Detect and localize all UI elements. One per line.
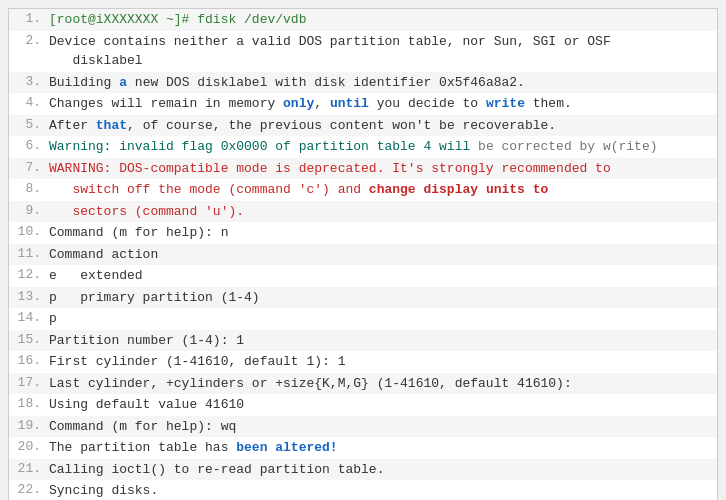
terminal-line: 9. sectors (command 'u'). <box>9 201 717 223</box>
text-segment: a <box>119 75 127 90</box>
terminal-line: 10.Command (m for help): n <box>9 222 717 244</box>
line-number: 5. <box>13 116 41 132</box>
terminal-line: 20.The partition table has been altered! <box>9 437 717 459</box>
line-text: Syncing disks. <box>49 481 713 500</box>
terminal-line: 8. switch off the mode (command 'c') and… <box>9 179 717 201</box>
line-text: Warning: invalid flag 0x0000 of partitio… <box>49 137 713 157</box>
line-number: 7. <box>13 159 41 175</box>
text-segment: e extended <box>49 268 143 283</box>
text-segment: Command action <box>49 247 158 262</box>
line-text: Partition number (1-4): 1 <box>49 331 713 351</box>
terminal-window: 1.[root@iXXXXXXX ~]# fdisk /dev/vdb2.Dev… <box>8 8 718 500</box>
line-text: sectors (command 'u'). <box>49 202 713 222</box>
text-segment: The partition table has <box>49 440 236 455</box>
text-segment: Command (m for help): wq <box>49 419 236 434</box>
text-segment: them. <box>525 96 572 111</box>
line-text: [root@iXXXXXXX ~]# fdisk /dev/vdb <box>49 10 713 30</box>
line-number: 18. <box>13 395 41 411</box>
terminal-line: 21.Calling ioctl() to re-read partition … <box>9 459 717 481</box>
text-segment: switch off the mode (command 'c') and <box>49 182 369 197</box>
line-text: First cylinder (1-41610, default 1): 1 <box>49 352 713 372</box>
line-number: 6. <box>13 137 41 153</box>
text-segment: , <box>314 96 330 111</box>
terminal-line: 5.After that, of course, the previous co… <box>9 115 717 137</box>
line-number: 22. <box>13 481 41 497</box>
text-segment: [root@iXXXXXXX ~]# fdisk /dev/vdb <box>49 12 306 27</box>
text-segment: WARNING: DOS-compatible mode is deprecat… <box>49 161 611 176</box>
line-text: The partition table has been altered! <box>49 438 713 458</box>
text-segment: you decide to <box>369 96 486 111</box>
terminal-line: 22.Syncing disks. <box>9 480 717 500</box>
line-text: Building a new DOS disklabel with disk i… <box>49 73 713 93</box>
line-number: 9. <box>13 202 41 218</box>
text-segment: been altered! <box>236 440 337 455</box>
text-segment: Calling ioctl() to re-read partition tab… <box>49 462 384 477</box>
text-segment: Last cylinder, +cylinders or +size{K,M,G… <box>49 376 572 391</box>
line-number: 17. <box>13 374 41 390</box>
text-segment: p <box>49 311 57 326</box>
line-text: Command action <box>49 245 713 265</box>
line-number: 16. <box>13 352 41 368</box>
line-text: After that, of course, the previous cont… <box>49 116 713 136</box>
terminal-line: 18.Using default value 41610 <box>9 394 717 416</box>
terminal-line: 15.Partition number (1-4): 1 <box>9 330 717 352</box>
text-segment: Partition number (1-4): 1 <box>49 333 244 348</box>
text-segment: After <box>49 118 96 133</box>
line-number: 14. <box>13 309 41 325</box>
text-segment: Syncing disks. <box>49 483 158 498</box>
terminal-line: 11.Command action <box>9 244 717 266</box>
text-segment: new DOS disklabel with disk identifier 0… <box>127 75 525 90</box>
terminal-line: 17.Last cylinder, +cylinders or +size{K,… <box>9 373 717 395</box>
line-number: 12. <box>13 266 41 282</box>
line-text: WARNING: DOS-compatible mode is deprecat… <box>49 159 713 179</box>
line-text: Calling ioctl() to re-read partition tab… <box>49 460 713 480</box>
line-number: 1. <box>13 10 41 26</box>
text-segment: , of course, the previous content won't … <box>127 118 556 133</box>
line-number: 3. <box>13 73 41 89</box>
line-number: 20. <box>13 438 41 454</box>
line-number: 4. <box>13 94 41 110</box>
terminal-line: 1.[root@iXXXXXXX ~]# fdisk /dev/vdb <box>9 9 717 31</box>
terminal-line: 7.WARNING: DOS-compatible mode is deprec… <box>9 158 717 180</box>
line-number: 8. <box>13 180 41 196</box>
line-text: e extended <box>49 266 713 286</box>
terminal-line: 2.Device contains neither a valid DOS pa… <box>9 31 717 72</box>
line-text: Command (m for help): wq <box>49 417 713 437</box>
text-segment: Using default value 41610 <box>49 397 244 412</box>
text-segment: Building <box>49 75 119 90</box>
terminal-line: 13.p primary partition (1-4) <box>9 287 717 309</box>
text-segment: write <box>486 96 525 111</box>
text-segment: p primary partition (1-4) <box>49 290 260 305</box>
line-text: p primary partition (1-4) <box>49 288 713 308</box>
terminal-line: 6.Warning: invalid flag 0x0000 of partit… <box>9 136 717 158</box>
line-number: 2. <box>13 32 41 48</box>
line-text: Using default value 41610 <box>49 395 713 415</box>
terminal-line: 4.Changes will remain in memory only, un… <box>9 93 717 115</box>
line-text: switch off the mode (command 'c') and ch… <box>49 180 713 200</box>
line-text: Device contains neither a valid DOS part… <box>49 32 713 71</box>
terminal-line: 19.Command (m for help): wq <box>9 416 717 438</box>
text-segment: be corrected by w(rite) <box>478 139 657 154</box>
text-segment: Command (m for help): n <box>49 225 228 240</box>
line-number: 13. <box>13 288 41 304</box>
text-segment: change display units to <box>369 182 548 197</box>
text-segment: sectors (command 'u'). <box>49 204 244 219</box>
terminal-line: 3.Building a new DOS disklabel with disk… <box>9 72 717 94</box>
terminal-line: 16.First cylinder (1-41610, default 1): … <box>9 351 717 373</box>
text-segment: only <box>283 96 314 111</box>
line-number: 10. <box>13 223 41 239</box>
line-text: Changes will remain in memory only, unti… <box>49 94 713 114</box>
text-segment: until <box>330 96 369 111</box>
line-text: Last cylinder, +cylinders or +size{K,M,G… <box>49 374 713 394</box>
line-number: 15. <box>13 331 41 347</box>
line-text: Command (m for help): n <box>49 223 713 243</box>
text-segment: that <box>96 118 127 133</box>
line-number: 11. <box>13 245 41 261</box>
terminal-line: 12.e extended <box>9 265 717 287</box>
text-segment: Warning: invalid flag 0x0000 of partitio… <box>49 139 478 154</box>
terminal-line: 14.p <box>9 308 717 330</box>
line-number: 19. <box>13 417 41 433</box>
line-number: 21. <box>13 460 41 476</box>
text-segment: Changes will remain in memory <box>49 96 283 111</box>
text-segment: First cylinder (1-41610, default 1): 1 <box>49 354 345 369</box>
